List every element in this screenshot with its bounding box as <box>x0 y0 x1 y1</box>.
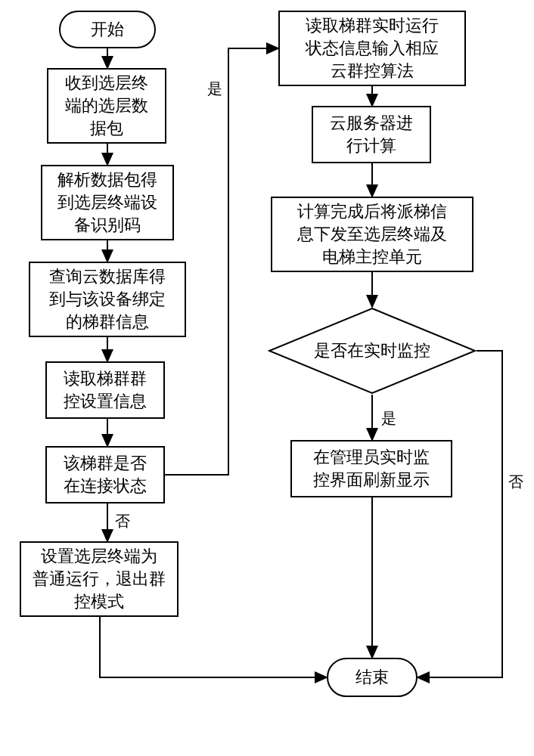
step-read-status: 读取梯群实时运行 状态信息输入相应 云群控算法 <box>278 11 466 86</box>
label-no-monitor: 否 <box>508 472 523 492</box>
step-set-normal: 设置选层终端为 普通运行，退出群 控模式 <box>20 541 179 617</box>
label-no-connected: 否 <box>115 511 130 531</box>
step-compute: 云服务器进 行计算 <box>312 106 431 163</box>
decision-monitor: 是否在实时监控 <box>268 307 477 395</box>
start-node: 开始 <box>59 11 156 48</box>
step-read-settings: 读取梯群群 控设置信息 <box>45 361 165 419</box>
step-query: 查询云数据库得 到与该设备绑定 的梯群信息 <box>29 262 186 337</box>
step-receive: 收到选层终 端的选层数 据包 <box>47 68 166 144</box>
end-node: 结束 <box>327 658 418 697</box>
label-yes-monitor: 是 <box>381 408 396 429</box>
step-refresh: 在管理员实时监 控界面刷新显示 <box>290 440 452 497</box>
step-dispatch: 计算完成后将派梯信 息下发至选层终端及 电梯主控单元 <box>271 197 473 272</box>
step-connected: 该梯群是否 在连接状态 <box>45 446 165 503</box>
step-parse: 解析数据包得 到选层终端设 备识别码 <box>41 165 174 240</box>
decision-monitor-label: 是否在实时监控 <box>314 340 430 362</box>
label-yes-connected: 是 <box>207 79 222 99</box>
